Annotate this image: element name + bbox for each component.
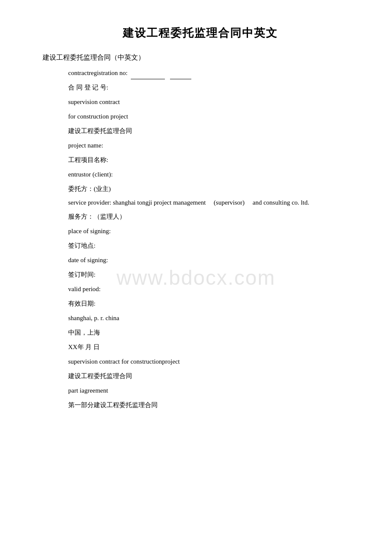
place-of-signing-cn-label: 签订地点: — [68, 242, 95, 249]
page-title: 建设工程委托监理合同中英文 — [43, 26, 358, 40]
part-ia-en-line: part iagreement — [68, 384, 358, 397]
entrustor-cn-label: 委托方：(业主) — [68, 185, 111, 192]
entrustor-en-line: entrustor (client): — [68, 168, 358, 181]
place-of-signing-cn-line: 签订地点: — [68, 239, 358, 252]
supervision-contract-line: supervision contract — [68, 95, 358, 108]
entrustor-cn-line: 委托方：(业主) — [68, 182, 358, 195]
jianshe-contract2-line: 建设工程委托监理合同 — [68, 370, 358, 382]
service-provider-en-label: service provider: shanghai tongji projec… — [68, 199, 309, 206]
part-ia-en-label: part iagreement — [68, 387, 108, 394]
part-ia-cn-line: 第一部分建设工程委托监理合同 — [68, 399, 358, 411]
date-of-signing-cn-line: 签订时间: — [68, 268, 358, 281]
date-of-signing-en-label: date of signing: — [68, 257, 108, 263]
jianshe-contract-label: 建设工程委托监理合同 — [68, 127, 132, 134]
place-of-signing-en-label: place of signing: — [68, 228, 111, 234]
contract-reg-en-label: contractregistration no: — [68, 69, 128, 76]
date-of-signing-en-line: date of signing: — [68, 254, 358, 266]
section-header: 建设工程委托监理合同（中英文） — [43, 53, 358, 62]
service-provider-cn-line: 服务方：（监理人） — [68, 210, 358, 223]
valid-period-cn-line: 有效日期: — [68, 297, 358, 310]
valid-period-cn-label: 有效日期: — [68, 300, 95, 307]
project-name-en-label: project name: — [68, 142, 103, 149]
supervision-contract-label: supervision contract — [68, 98, 120, 105]
date-cn-line: XX年 月 日 — [68, 341, 358, 353]
blank-1 — [131, 79, 165, 79]
blank-2 — [170, 79, 191, 79]
date-of-signing-cn-label: 签订时间: — [68, 271, 95, 278]
valid-period-en-label: valid period: — [68, 286, 101, 292]
shanghai-en-line: shanghai, p. r. china — [68, 312, 358, 324]
jianshe-contract-line: 建设工程委托监理合同 — [68, 124, 358, 137]
shanghai-en-label: shanghai, p. r. china — [68, 315, 119, 321]
contract-reg-en-line: contractregistration no: — [68, 66, 358, 79]
contract-reg-cn-line: 合 同 登 记 号: — [68, 81, 358, 94]
contract-reg-cn-label: 合 同 登 记 号: — [68, 84, 108, 91]
valid-period-en-line: valid period: — [68, 283, 358, 295]
supervision-contract2-en-label: supervision contract for constructionpro… — [68, 358, 180, 365]
shanghai-cn-label: 中国，上海 — [68, 329, 100, 336]
place-of-signing-en-line: place of signing: — [68, 225, 358, 237]
supervision-contract2-en-line: supervision contract for constructionpro… — [68, 355, 358, 368]
project-name-en-line: project name: — [68, 139, 358, 152]
for-construction-label: for construction project — [68, 113, 128, 120]
date-cn-label: XX年 月 日 — [68, 344, 100, 350]
service-provider-cn-label: 服务方：（监理人） — [68, 213, 126, 220]
service-provider-en-line: service provider: shanghai tongji projec… — [68, 197, 358, 208]
project-name-cn-line: 工程项目名称: — [68, 153, 358, 166]
for-construction-line: for construction project — [68, 110, 358, 123]
shanghai-cn-line: 中国，上海 — [68, 326, 358, 339]
project-name-cn-label: 工程项目名称: — [68, 156, 108, 163]
jianshe-contract2-label: 建设工程委托监理合同 — [68, 373, 132, 379]
entrustor-en-label: entrustor (client): — [68, 171, 113, 178]
part-ia-cn-label: 第一部分建设工程委托监理合同 — [68, 402, 158, 408]
